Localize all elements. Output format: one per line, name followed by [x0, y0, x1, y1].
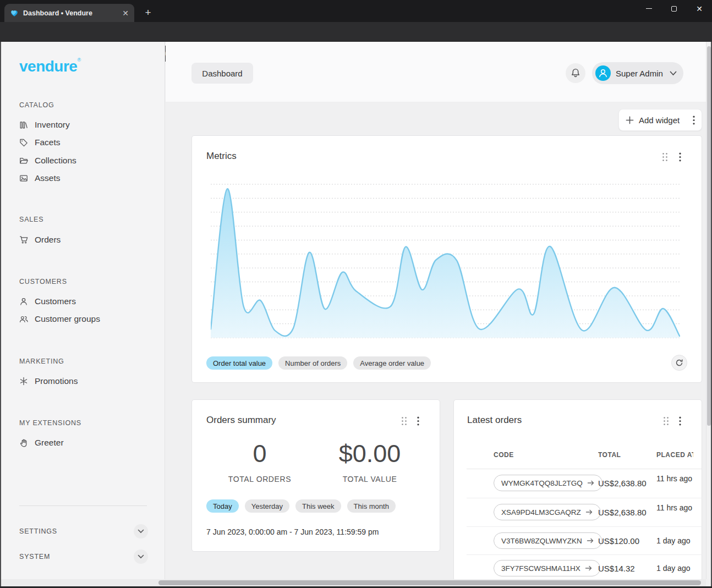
sidebar-item-customers[interactable]: Customers: [19, 294, 76, 309]
sidebar-item-label: Collections: [35, 156, 76, 166]
section-label-marketing: MARKETING: [19, 358, 64, 365]
kebab-menu-icon[interactable]: [679, 152, 681, 162]
drag-handle-icon[interactable]: [401, 416, 407, 426]
user-avatar: [595, 65, 611, 81]
drag-handle-icon[interactable]: [663, 416, 669, 426]
inventory-icon: [19, 120, 28, 129]
order-placed-at: 11 hrs ago: [656, 503, 694, 513]
tab-today[interactable]: Today: [206, 499, 239, 513]
maximize-button[interactable]: [661, 0, 687, 17]
tab-order-total-value[interactable]: Order total value: [206, 356, 272, 370]
chevron-down-icon[interactable]: [134, 549, 148, 564]
chart-area-fill: [211, 189, 680, 338]
arrow-right-icon: [587, 537, 594, 545]
sidebar-item-label: Assets: [35, 173, 61, 183]
order-code-link[interactable]: V3T6BW8ZQLWMYZKN: [494, 532, 602, 549]
users-icon: [19, 315, 28, 323]
vendure-logo[interactable]: vendure®: [19, 57, 81, 75]
sidebar-item-customer-groups[interactable]: Customer groups: [19, 312, 100, 326]
tab-yesterday[interactable]: Yesterday: [245, 499, 289, 513]
arrow-right-icon: [587, 479, 595, 487]
vendure-heart-icon: [10, 9, 19, 18]
user-icon: [19, 297, 28, 306]
column-header-code: CODE: [494, 451, 514, 459]
latest-orders-title: Latest orders: [467, 415, 522, 426]
tab-this-month[interactable]: This month: [347, 499, 396, 513]
sidebar-item-orders[interactable]: Orders: [19, 233, 61, 247]
arrow-right-icon: [585, 564, 593, 572]
tag-icon: [19, 138, 28, 147]
order-total: US$120.00: [598, 536, 639, 546]
section-label-my-extensions: MY EXTENSIONS: [19, 419, 81, 427]
sidebar-item-collections[interactable]: Collections: [19, 153, 76, 168]
total-value-stat: $0.00 TOTAL VALUE: [323, 440, 417, 483]
close-button[interactable]: ✕: [687, 0, 712, 17]
folder-icon: [19, 156, 28, 165]
sidebar-item-inventory[interactable]: Inventory: [19, 118, 70, 132]
horizontal-scrollbar: [1, 579, 706, 586]
table-divider: [467, 554, 702, 555]
order-placed-at: 1 day ago: [656, 564, 694, 573]
sidebar-item-label: Facets: [35, 138, 61, 147]
browser-tab[interactable]: Dashboard • Vendure ✕: [4, 4, 134, 22]
sidebar: vendure® CATALOG Inventory Facets Collec…: [1, 42, 165, 586]
kebab-menu-icon[interactable]: [679, 416, 681, 426]
total-orders-value: 0: [213, 440, 306, 468]
order-total: US$2,638.80: [598, 508, 647, 517]
sidebar-section-system[interactable]: SYSTEM: [19, 548, 148, 565]
refresh-button[interactable]: [671, 355, 687, 371]
add-widget-button[interactable]: Add widget: [618, 109, 702, 131]
sidebar-item-assets[interactable]: Assets: [19, 171, 61, 185]
tab-average-order-value[interactable]: Average order value: [353, 356, 431, 370]
metrics-area-chart: [211, 183, 680, 339]
window-controls: ✕: [636, 0, 712, 17]
total-orders-label: TOTAL ORDERS: [213, 475, 306, 483]
sidebar-item-greeter[interactable]: Greeter: [19, 436, 64, 450]
new-tab-button[interactable]: +: [141, 6, 155, 20]
sidebar-item-facets[interactable]: Facets: [19, 135, 61, 150]
table-divider: [467, 469, 702, 469]
browser-toolbar: localhost:3000/admin/: [0, 22, 712, 42]
minimize-button[interactable]: [636, 0, 661, 17]
total-value-value: $0.00: [323, 440, 417, 468]
asterisk-icon: [19, 377, 28, 386]
sidebar-divider: [19, 505, 147, 506]
horizontal-scrollbar-thumb[interactable]: [158, 580, 701, 585]
orders-summary-stats: 0 TOTAL ORDERS $0.00 TOTAL VALUE: [213, 440, 417, 483]
drag-handle-icon[interactable]: [662, 152, 668, 162]
tab-close-icon[interactable]: ✕: [122, 9, 129, 17]
order-code-link[interactable]: 3FY7FSCWSHMA11HX: [494, 560, 600, 576]
order-total: US$14.32: [598, 564, 635, 573]
order-code-link[interactable]: WYMGK4TQQ8JL2TGQ: [494, 475, 603, 491]
tab-title: Dashboard • Vendure: [23, 9, 118, 17]
order-code-link[interactable]: XSA9PD4LM3CGAQRZ: [494, 504, 601, 520]
user-menu[interactable]: Super Admin: [592, 62, 683, 84]
order-total: US$2,638.80: [598, 479, 647, 488]
chevron-down-icon[interactable]: [134, 524, 148, 538]
order-placed-at: 11 hrs ago: [656, 474, 694, 483]
table-divider: [467, 498, 702, 498]
orders-summary-title: Orders summary: [206, 415, 276, 426]
browser-titlebar: Dashboard • Vendure ✕ + ✕: [0, 0, 712, 22]
vertical-scrollbar-thumb[interactable]: [707, 46, 711, 426]
cart-icon: [19, 235, 28, 244]
metrics-series-tabs: Order total value Number of orders Avera…: [206, 356, 431, 370]
arrow-right-icon: [585, 508, 593, 516]
window-edge: [0, 42, 1, 588]
kebab-menu-icon[interactable]: [417, 416, 419, 426]
sidebar-item-label: Inventory: [35, 120, 70, 130]
kebab-menu-icon[interactable]: [693, 116, 695, 125]
vertical-scrollbar: [706, 42, 711, 579]
tab-this-week[interactable]: This week: [295, 499, 341, 513]
breadcrumb[interactable]: Dashboard: [191, 63, 253, 84]
order-placed-at: 1 day ago: [656, 536, 694, 546]
hand-icon: [19, 438, 28, 447]
sidebar-item-promotions[interactable]: Promotions: [19, 374, 78, 388]
section-label-sales: SALES: [19, 216, 43, 223]
plus-icon: [626, 116, 634, 124]
sidebar-section-settings[interactable]: SETTINGS: [19, 523, 148, 540]
browser-window: Dashboard • Vendure ✕ + ✕ localhost:30: [0, 0, 712, 588]
tab-number-of-orders[interactable]: Number of orders: [278, 356, 347, 370]
notifications-button[interactable]: [566, 63, 585, 83]
user-name: Super Admin: [616, 69, 665, 78]
